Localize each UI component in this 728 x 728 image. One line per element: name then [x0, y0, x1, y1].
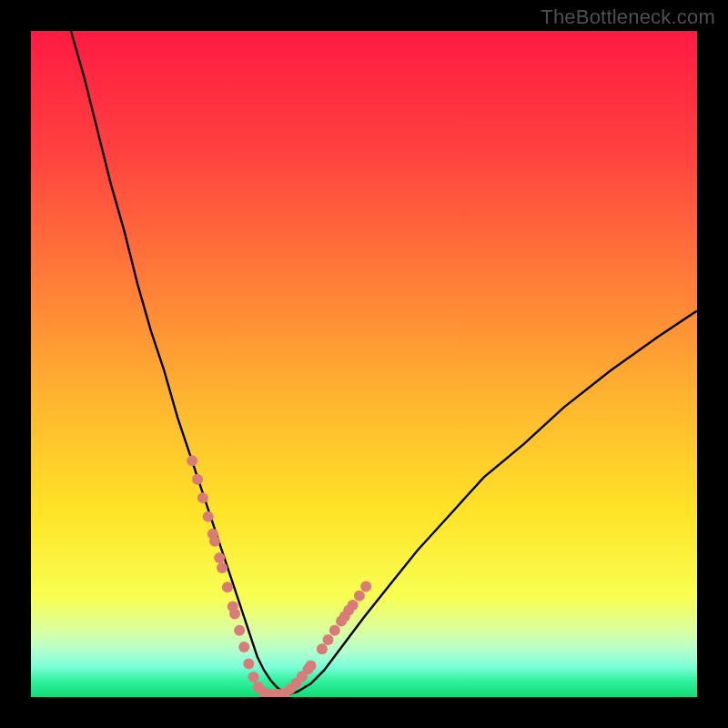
- curve-marker: [305, 661, 316, 672]
- curve-marker: [322, 634, 333, 645]
- curve-marker: [229, 609, 240, 620]
- curve-marker: [234, 625, 245, 636]
- curve-marker: [348, 600, 359, 611]
- curve-marker: [238, 642, 249, 652]
- curve-marker: [187, 455, 197, 466]
- curve-marker: [192, 474, 203, 485]
- watermark-text: TheBottleneck.com: [541, 5, 715, 29]
- curve-marker: [217, 562, 228, 573]
- plot-area: [31, 31, 697, 697]
- curve-markers-group: [187, 455, 371, 697]
- curve-marker: [329, 625, 340, 636]
- curve-marker: [214, 552, 225, 563]
- curve-marker: [197, 492, 208, 503]
- curve-marker: [248, 672, 258, 682]
- curve-svg: [31, 31, 697, 697]
- bottleneck-curve: [71, 31, 697, 693]
- curve-marker: [354, 591, 365, 602]
- curve-marker: [317, 643, 328, 654]
- curve-marker: [203, 511, 214, 522]
- curve-marker: [360, 581, 371, 592]
- curve-marker: [222, 581, 233, 592]
- curve-marker: [243, 658, 254, 669]
- curve-marker: [209, 536, 220, 547]
- chart-frame: TheBottleneck.com: [0, 0, 728, 728]
